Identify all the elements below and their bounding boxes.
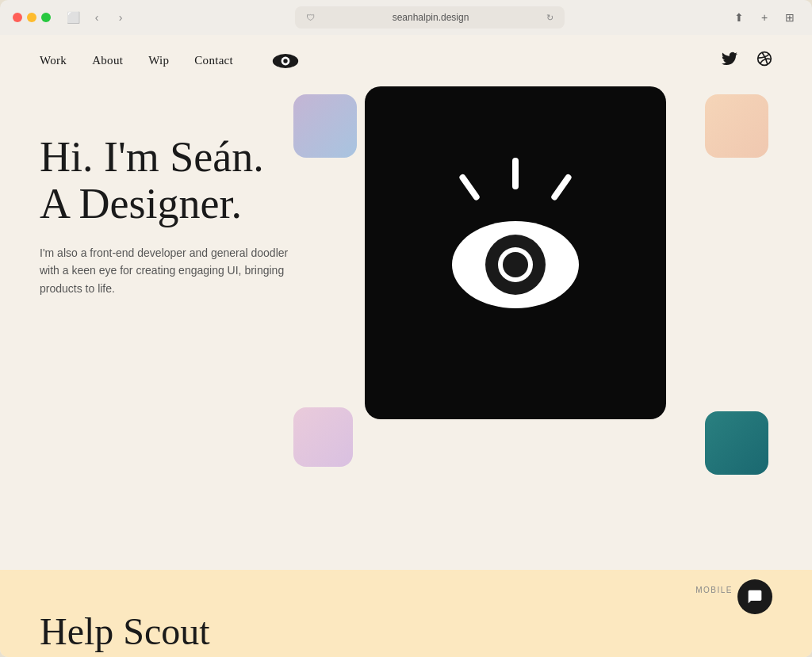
refresh-icon[interactable]: ↻ — [546, 13, 553, 23]
decorative-pink-square — [293, 407, 353, 467]
svg-rect-6 — [550, 173, 573, 201]
svg-rect-4 — [512, 158, 519, 189]
browser-chrome: ⬜ ‹ › 🛡 seanhalpin.design ↻ ⬆ + ⊞ — [0, 0, 812, 35]
bottom-section: MOBILE Help Scout — [0, 570, 812, 657]
close-button[interactable] — [13, 13, 22, 22]
sidebar-toggle[interactable]: ⬜ — [63, 8, 82, 27]
navigation: Work About Wip Contact — [0, 35, 812, 86]
website: Work About Wip Contact — [0, 35, 812, 657]
forward-button[interactable]: › — [111, 8, 130, 27]
svg-rect-5 — [458, 173, 481, 201]
hero-section: Hi. I'm Seán. A Designer. I'm also a fro… — [0, 86, 812, 570]
hero-heading: Hi. I'm Seán. A Designer. — [40, 134, 309, 228]
share-icon[interactable]: ⬆ — [730, 8, 749, 27]
chat-icon — [747, 589, 763, 605]
nav-link-about[interactable]: About — [92, 54, 123, 67]
address-bar[interactable]: 🛡 seanhalpin.design ↻ — [295, 6, 565, 29]
hero-subtext: I'm also a front-end developer and gener… — [40, 244, 309, 297]
nav-left: Work About Wip Contact — [40, 52, 300, 70]
twitter-icon[interactable] — [722, 52, 737, 70]
hero-heading-line1: Hi. I'm Seán. — [40, 133, 264, 181]
extensions-icon[interactable]: ⊞ — [780, 8, 799, 27]
minimize-button[interactable] — [27, 13, 36, 22]
hero-eye-card — [365, 86, 666, 419]
decorative-peach-square — [705, 94, 768, 158]
new-tab-icon[interactable]: + — [755, 8, 774, 27]
chat-button[interactable] — [737, 579, 772, 614]
address-bar-container: 🛡 seanhalpin.design ↻ — [136, 6, 723, 29]
nav-right — [722, 51, 772, 71]
browser-actions: ⬆ + ⊞ — [730, 8, 799, 27]
hero-heading-line2: A Designer. — [40, 180, 242, 227]
eye-nav-icon[interactable] — [271, 52, 300, 70]
traffic-lights — [13, 13, 51, 22]
eye-illustration — [404, 142, 626, 364]
back-button[interactable]: ‹ — [87, 8, 106, 27]
hero-text-block: Hi. I'm Seán. A Designer. I'm also a fro… — [40, 134, 309, 297]
decorative-teal-square — [705, 411, 768, 475]
svg-point-2 — [283, 59, 287, 63]
browser-titlebar: ⬜ ‹ › 🛡 seanhalpin.design ↻ ⬆ + ⊞ — [0, 0, 812, 35]
maximize-button[interactable] — [41, 13, 51, 22]
project-title: Help Scout — [40, 613, 210, 651]
url-text: seanhalpin.design — [321, 12, 540, 23]
nav-link-work[interactable]: Work — [40, 54, 67, 67]
svg-point-10 — [503, 252, 528, 277]
dribbble-icon[interactable] — [756, 51, 772, 71]
nav-link-wip[interactable]: Wip — [148, 54, 169, 67]
shield-icon: 🛡 — [306, 13, 315, 22]
nav-link-contact[interactable]: Contact — [194, 54, 233, 67]
mobile-label: MOBILE — [695, 586, 733, 594]
browser-navigation: ⬜ ‹ › — [63, 8, 130, 27]
